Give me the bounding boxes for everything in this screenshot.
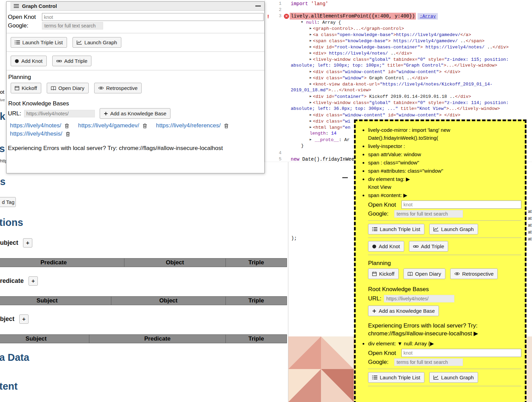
overlay-item[interactable]: div element: ▼ null: Array {▶ Open Knot …: [368, 340, 521, 386]
launch-graph-button[interactable]: Launch Graph: [429, 372, 478, 383]
add-knot-button[interactable]: Add Knot: [368, 241, 404, 252]
google-search-input[interactable]: [394, 358, 463, 366]
window-titlebar[interactable]: Graph Control: [10, 2, 264, 11]
table-header-cell: Predicate: [89, 334, 226, 343]
clipped-text-fragment: ot: [0, 89, 4, 95]
open-knot-input[interactable]: [401, 349, 521, 357]
inspector-row[interactable]: ▶<knot-view data-knot-url="https://livel…: [291, 81, 531, 87]
calendar-icon: [15, 86, 19, 90]
url-input[interactable]: [384, 295, 454, 302]
add-predicate-button[interactable]: +: [29, 276, 38, 286]
local-server-hint: Experiencing Errors with local server? T…: [368, 322, 521, 337]
line-number: 4: [265, 150, 281, 156]
add-knowledge-base-button[interactable]: Add as Knowledge Base: [100, 108, 170, 119]
url-input[interactable]: [24, 110, 95, 117]
overlay-item[interactable]: span #attributes: class="window": [368, 167, 521, 175]
relations-heading-fragment: tions: [0, 217, 23, 228]
knowledge-base-item: https://lively4/notes/: [10, 122, 69, 129]
open-knot-input[interactable]: [401, 200, 521, 209]
object-label-fragment: bject: [0, 315, 14, 323]
inspector-row[interactable]: ▶<div class="window-content" id="window-…: [291, 112, 531, 118]
inspector-row[interactable]: 2019_01_18.md">...</knot-view>: [291, 87, 531, 93]
overlay-item[interactable]: lively-code-mirror : import 'lang' new D…: [368, 126, 521, 142]
trash-icon[interactable]: [143, 123, 147, 128]
add-triple-button[interactable]: Add Triple: [52, 56, 92, 66]
trash-icon[interactable]: [66, 131, 70, 137]
embedded-graph-control: Open Knot Google: Launch Triple List Lau: [368, 349, 521, 386]
inspector-row[interactable]: ▼ null: Array {: [291, 19, 531, 25]
list-icon: [372, 227, 377, 231]
knot-icon: [372, 244, 376, 249]
inspector-row[interactable]: ▶<div> https://lively4/notes/ ..</div>: [291, 50, 531, 56]
inspector-row[interactable]: ▶<div class="window-content" id="window-…: [291, 69, 531, 75]
retrospective-button[interactable]: Retrospective: [450, 268, 498, 279]
overlay-item[interactable]: div element tag: ▶ Knot View: [368, 175, 521, 191]
inspector-row[interactable]: absolute; left: 100px; top: 100px;" titl…: [291, 62, 531, 69]
knowledge-base-link[interactable]: https://lively4/notes/: [10, 122, 61, 129]
knowledge-base-link[interactable]: https://lively4/thesis/: [10, 130, 62, 137]
inspector-row[interactable]: ▶<lively-window class="global" tabindex=…: [291, 100, 531, 106]
link-icon: [413, 245, 419, 248]
window-title: Graph Control: [22, 3, 252, 9]
open-knot-input[interactable]: [42, 13, 264, 21]
code-line-1[interactable]: import 'lang': [291, 1, 328, 7]
retrospective-button[interactable]: Retrospective: [94, 83, 142, 93]
inspector-row[interactable]: absolute; left: 36.8px; top: 300px; ..."…: [291, 106, 531, 112]
inspector-row[interactable]: ▶<lively-window class="global" tabindex=…: [291, 56, 531, 62]
inspector-row[interactable]: ▶<graph-control>...</graph-control>: [291, 25, 531, 32]
chart-icon: [77, 40, 82, 45]
add-subject-button[interactable]: +: [23, 238, 32, 248]
trash-icon[interactable]: [65, 123, 69, 128]
open-diary-button[interactable]: Open Diary: [47, 83, 89, 93]
google-search-input[interactable]: [42, 22, 103, 30]
window-minimize-icon[interactable]: [255, 5, 261, 7]
local-server-hint: Experiencing Errors with local server? T…: [8, 145, 264, 152]
add-knowledge-base-button[interactable]: Add as Knowledge Base: [368, 306, 439, 316]
clipped-heading-fragment: ck: [0, 111, 5, 122]
open-knot-label: Open Knot: [8, 14, 42, 21]
planning-label: Planning: [8, 74, 264, 81]
clipped-heading-fragment: s: [0, 176, 5, 187]
knowledge-base-link[interactable]: https://lively4/gamedev/: [78, 122, 139, 129]
graph-control-window: Graph Control Open Knot Google: Launch T…: [6, 1, 265, 173]
divider: [7, 51, 264, 52]
google-search-input[interactable]: [394, 210, 463, 218]
add-object-row: bject +: [0, 314, 29, 324]
google-label: Google:: [368, 210, 394, 218]
window-minimize-icon[interactable]: [342, 177, 348, 178]
overlay-item[interactable]: span attrValue: window: [368, 150, 521, 158]
add-triple-button[interactable]: Add Triple: [409, 241, 448, 252]
error-icon: ✕: [284, 14, 289, 19]
launch-triple-list-button[interactable]: Launch Triple List: [11, 37, 67, 48]
launch-graph-button[interactable]: Launch Graph: [73, 37, 121, 48]
inspector-row[interactable]: ▶<span class="knowledge-base"> https://l…: [291, 38, 531, 44]
inspector-row[interactable]: ▶<div id="container"> Kickoff 2019.01.14…: [291, 93, 531, 100]
overlay-list: lively-code-mirror : import 'lang' new D…: [360, 126, 521, 386]
overlay-item[interactable]: span #content: ▶ Open Knot Google: Launc…: [368, 191, 521, 337]
inspector-row[interactable]: ▶<div id="root-knowledge-bases-container…: [291, 44, 531, 50]
overlay-item[interactable]: span : class="window": [368, 159, 521, 166]
kickoff-button[interactable]: Kickoff: [11, 83, 41, 93]
inspector-row[interactable]: ▶<div class="window"> Graph Control ..</…: [291, 75, 531, 81]
clipped-text-fragment: ive: [0, 98, 5, 102]
window-menu-icon[interactable]: [14, 3, 19, 9]
trash-icon[interactable]: [224, 123, 229, 128]
clipped-text-fragment: at: [528, 216, 532, 221]
inspector-row[interactable]: ▶<a class="open-knowledge-base">https://…: [291, 32, 531, 38]
knowledge-base-link[interactable]: https://lively4/references/: [156, 122, 221, 129]
launch-triple-list-button[interactable]: Launch Triple List: [368, 372, 424, 383]
root-kb-label: Root Knowledge Bases: [8, 100, 264, 107]
code-line-3[interactable]: lively.allElementsFromPoint({x:400, y:40…: [291, 13, 438, 19]
launch-triple-list-button[interactable]: Launch Triple List: [368, 224, 424, 234]
add-knot-button[interactable]: Add Knot: [11, 56, 47, 66]
graph-control-body: Open Knot Google: Launch Triple List Lau…: [7, 11, 264, 173]
open-diary-button[interactable]: Open Diary: [403, 268, 445, 279]
clipped-text-fragment: at: [528, 236, 532, 241]
add-object-button[interactable]: +: [19, 314, 29, 324]
add-tag-button[interactable]: d Tag: [0, 197, 16, 207]
kickoff-button[interactable]: Kickoff: [368, 268, 399, 279]
line-number: 2: [265, 7, 281, 12]
result-type-chip[interactable]: :Array: [418, 13, 438, 20]
overlay-item[interactable]: lively-inspector :: [368, 142, 521, 150]
launch-graph-button[interactable]: Launch Graph: [429, 224, 478, 234]
